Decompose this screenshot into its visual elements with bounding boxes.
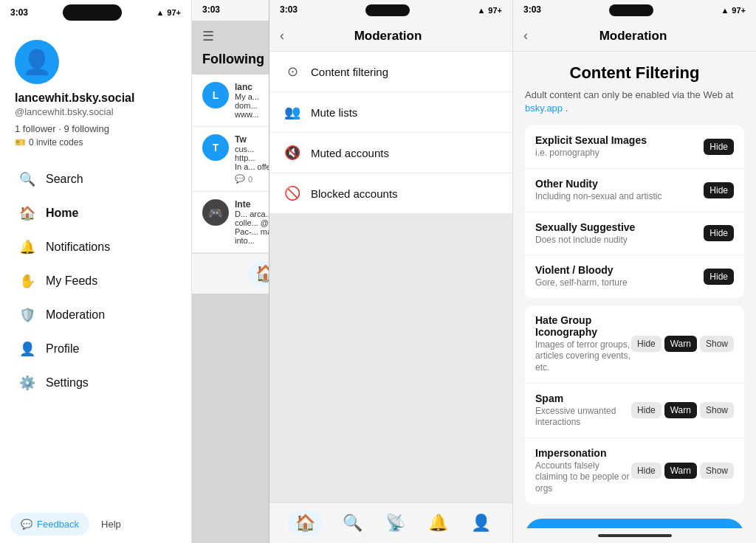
blocked-icon: 🚫 — [284, 185, 300, 201]
mute-lists-icon: 👥 — [284, 104, 300, 120]
profile-nav-mod[interactable]: 👤 — [468, 511, 494, 536]
cf-row-title-spam: Spam — [535, 392, 631, 404]
chat-icon: 💬 — [21, 519, 32, 530]
warn-badge-spam[interactable]: Warn — [664, 402, 697, 418]
hide-badge-impersonation[interactable]: Hide — [631, 463, 662, 479]
sidebar-nav: 🔍 Search 🏠 Home 🔔 Notifications ✋ My Fee… — [0, 155, 191, 505]
show-badge-hate[interactable]: Show — [700, 336, 734, 352]
done-button[interactable]: Done — [525, 519, 744, 529]
back-button-cf[interactable]: ‹ — [523, 28, 528, 44]
battery-cf: 97+ — [732, 6, 746, 15]
cf-row-desc-impersonation: Accounts falsely claiming to be people o… — [535, 460, 631, 495]
feed-text-1c: In a... offe... — [235, 162, 269, 171]
notif-nav-mod[interactable]: 🔔 — [425, 511, 451, 536]
mod-menu-content-filtering[interactable]: ⊙ Content filtering — [269, 52, 512, 92]
cf-row-title-explicit: Explicit Sexual Images — [535, 134, 704, 146]
mod-menu-mute-lists[interactable]: 👥 Mute lists — [269, 92, 512, 133]
feed-name-2: Inte — [235, 199, 269, 210]
feed-actions-1: 💬 0 — [235, 174, 269, 184]
hand-icon: ✋ — [19, 273, 35, 289]
comment-count: 0 — [248, 175, 252, 184]
back-button-mod[interactable]: ‹ — [280, 28, 284, 44]
comment-icon: 💬 — [235, 174, 245, 184]
home-nav-mod[interactable]: 🏠 — [288, 511, 323, 536]
cf-row-text-impersonation: Impersonation Accounts falsely claiming … — [535, 447, 631, 495]
cf-control-hate: Hide Warn Show — [631, 336, 734, 352]
home-icon: 🏠 — [19, 205, 35, 221]
hamburger-menu[interactable]: ☰ — [192, 21, 269, 52]
sidebar-label-settings: Settings — [46, 376, 89, 390]
warn-badge-hate[interactable]: Warn — [664, 336, 697, 352]
hide-badge-violent[interactable]: Hide — [704, 269, 734, 285]
cf-subtitle-text: Adult content can only be enabled via th… — [525, 89, 733, 100]
avatar-section: 👤 lancewhit.bsky.social @lancewhit.bsky.… — [0, 25, 191, 155]
search-nav-mod[interactable]: 🔍 — [340, 511, 365, 536]
cf-row-other-nudity: Other Nudity Including non-sexual and ar… — [525, 169, 744, 212]
cf-row-desc-spam: Excessive unwanted interactions — [535, 406, 631, 429]
bell-icon: 🔔 — [19, 239, 35, 255]
invite-codes: 🎫 0 invite codes — [15, 137, 83, 148]
hide-badge-suggestive[interactable]: Hide — [704, 225, 734, 241]
sidebar-item-settings[interactable]: ⚙️ Settings — [4, 366, 187, 400]
status-time-cf: 3:03 — [523, 4, 541, 16]
mod-menu-list: ⊙ Content filtering 👥 Mute lists 🔇 Muted… — [269, 52, 512, 214]
sidebar-item-my-feeds[interactable]: ✋ My Feeds — [4, 264, 187, 298]
sidebar-item-search[interactable]: 🔍 Search — [4, 162, 187, 196]
home-bar-cf — [598, 534, 672, 537]
status-right-1: ▲ 97+ — [156, 8, 181, 17]
sidebar-label-moderation: Moderation — [46, 308, 105, 322]
mod-menu-label-3: Blocked accounts — [311, 187, 398, 200]
cf-row-text-explicit: Explicit Sexual Images i.e. pornography — [535, 134, 704, 159]
cf-row-text-spam: Spam Excessive unwanted interactions — [535, 392, 631, 429]
sidebar-label-my-feeds: My Feeds — [46, 274, 97, 288]
hide-badge-other-nudity[interactable]: Hide — [704, 182, 734, 198]
cf-row-text-hate: Hate Group Iconography Images of terror … — [535, 314, 631, 374]
muted-accounts-icon: 🔇 — [284, 145, 300, 161]
cf-general-section: Hate Group Iconography Images of terror … — [525, 305, 744, 504]
cf-row-title-other-nudity: Other Nudity — [535, 178, 704, 190]
hide-badge-hate[interactable]: Hide — [631, 336, 662, 352]
mod-menu-label-0: Content filtering — [311, 66, 388, 78]
sidebar-item-profile[interactable]: 👤 Profile — [4, 332, 187, 366]
feed-avatar-0: L — [202, 82, 229, 108]
sidebar-item-notifications[interactable]: 🔔 Notifications — [4, 230, 187, 264]
gear-icon: ⚙️ — [19, 375, 35, 391]
status-time-2: 3:03 — [202, 4, 220, 16]
cf-row-desc-hate: Images of terror groups, articles coveri… — [535, 339, 631, 374]
sidebar-item-home[interactable]: 🏠 Home — [4, 196, 187, 230]
cf-row-explicit: Explicit Sexual Images i.e. pornography … — [525, 125, 744, 169]
hide-badge-spam[interactable]: Hide — [631, 402, 662, 418]
ticket-icon: 🎫 — [15, 137, 26, 148]
hide-badge-explicit[interactable]: Hide — [704, 139, 734, 155]
feeds-nav-mod[interactable]: 📡 — [382, 511, 408, 536]
warn-badge-impersonation[interactable]: Warn — [664, 463, 697, 479]
cf-row-title-hate: Hate Group Iconography — [535, 314, 631, 338]
cf-row-desc-violent: Gore, self-harm, torture — [535, 277, 704, 289]
cf-row-desc-other-nudity: Including non-sexual and artistic — [535, 191, 704, 203]
show-badge-spam[interactable]: Show — [700, 402, 734, 418]
feedback-button[interactable]: 💬 Feedback — [10, 513, 89, 536]
feed-item-1: T Tw cus... http... In a... offe... 💬 0 — [192, 127, 269, 192]
username: lancewhit.bsky.social — [15, 91, 134, 105]
cf-control-suggestive: Hide — [704, 225, 734, 241]
content-filter-panel: 3:03 ▲ 97+ ‹ Moderation Content Filterin… — [513, 0, 756, 543]
invite-codes-text: 0 invite codes — [29, 137, 83, 148]
mod-title: Moderation — [292, 29, 484, 44]
cf-row-text-suggestive: Sexually Suggestive Does not include nud… — [535, 221, 704, 246]
battery-1: 97+ — [167, 8, 181, 17]
cf-row-desc-suggestive: Does not include nudity — [535, 235, 704, 246]
feed-content-1: Tw cus... http... In a... offe... 💬 0 — [235, 134, 269, 184]
cf-bsky-link[interactable]: bsky.app — [525, 103, 563, 114]
mod-menu-muted-accounts[interactable]: 🔇 Muted accounts — [269, 133, 512, 173]
feed-name-1: Tw — [235, 134, 269, 145]
notch-mod — [365, 4, 410, 16]
home-nav-icon[interactable]: 🏠 — [248, 261, 269, 286]
mod-menu-blocked-accounts[interactable]: 🚫 Blocked accounts — [269, 173, 512, 214]
help-link[interactable]: Help — [101, 519, 121, 530]
show-badge-impersonation[interactable]: Show — [700, 463, 734, 479]
sidebar-label-profile: Profile — [46, 342, 79, 356]
feed-text-0b: dom... — [235, 101, 259, 110]
sidebar-item-moderation[interactable]: 🛡️ Moderation — [4, 298, 187, 332]
feedback-label: Feedback — [37, 519, 79, 530]
bottom-section: 💬 Feedback Help — [0, 505, 191, 543]
